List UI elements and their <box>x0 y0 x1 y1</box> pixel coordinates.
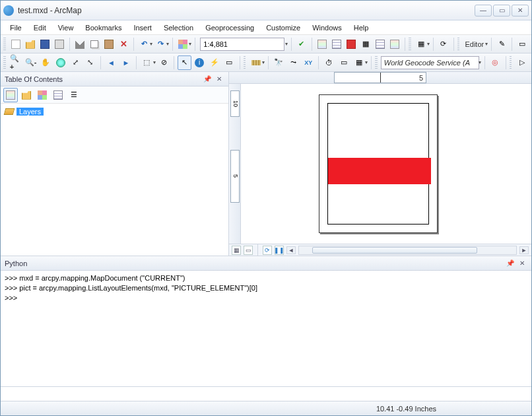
undo-dropdown[interactable]: ▾ <box>150 41 152 47</box>
undo-button[interactable]: ↶ <box>137 37 150 52</box>
tool2-button[interactable]: ⟳ <box>437 37 450 52</box>
maximize-button[interactable]: ▭ <box>493 5 510 17</box>
data-frame[interactable] <box>327 103 429 225</box>
toolbar-grip[interactable] <box>244 56 246 69</box>
cut-button[interactable] <box>73 37 86 52</box>
scale-dropdown[interactable]: ▾ <box>285 41 288 47</box>
toolbar-grip[interactable] <box>510 56 512 69</box>
dropdown[interactable]: ▾ <box>365 59 368 65</box>
print-button[interactable] <box>53 37 66 52</box>
toolbar-grip[interactable] <box>375 56 378 69</box>
identify-button[interactable]: i <box>193 55 207 70</box>
picture-element[interactable] <box>328 158 431 184</box>
python-output[interactable]: >>> mxd = arcpy.mapping.MapDocument ("CU… <box>1 271 531 386</box>
dropdown[interactable]: ▾ <box>427 41 430 47</box>
fixed-zoom-out-button[interactable]: ⤡ <box>84 55 98 70</box>
modelbuilder-button[interactable] <box>374 37 387 52</box>
minimize-button[interactable]: — <box>475 5 492 17</box>
menu-windows[interactable]: Windows <box>307 22 347 33</box>
list-by-selection-button[interactable] <box>51 88 65 102</box>
pin-button[interactable]: 📌 <box>505 258 515 269</box>
menu-customize[interactable]: Customize <box>261 22 306 33</box>
horizontal-scrollbar[interactable] <box>298 246 517 255</box>
list-by-drawing-order-button[interactable] <box>3 88 18 102</box>
toolbar-grip[interactable] <box>457 38 460 51</box>
layout-view-button[interactable]: ▭ <box>244 246 253 255</box>
clear-selection-button[interactable]: ⊘ <box>157 55 171 70</box>
prev-extent-button[interactable]: ◄ <box>104 55 118 70</box>
toc-options-button[interactable]: ☰ <box>67 88 81 102</box>
menu-geoprocessing[interactable]: Geoprocessing <box>200 22 259 33</box>
next-extent-button[interactable]: ► <box>119 55 133 70</box>
measure-button[interactable] <box>249 55 263 70</box>
layout-canvas[interactable] <box>241 84 531 244</box>
goto-xy-button[interactable]: XY <box>302 55 316 70</box>
python-button[interactable]: ▦ <box>359 37 372 52</box>
tool1-button[interactable]: ▦ <box>415 37 428 52</box>
find-route-button[interactable]: ⤳ <box>286 55 300 70</box>
scale-combo[interactable] <box>200 38 284 51</box>
time-slider-button[interactable]: ⏱ <box>322 55 336 70</box>
toolbar-grip[interactable] <box>3 56 6 69</box>
editor-toolbar-btn[interactable]: ✔ <box>295 37 308 52</box>
new-button[interactable] <box>9 37 22 52</box>
scroll-left-button[interactable]: ◄ <box>286 246 296 254</box>
delete-button[interactable]: ✕ <box>117 37 130 52</box>
save-button[interactable] <box>38 37 51 52</box>
pin-button[interactable]: 📌 <box>202 74 213 85</box>
add-data-button[interactable] <box>176 37 189 52</box>
menu-selection[interactable]: Selection <box>158 22 199 33</box>
arctoolbox-button[interactable] <box>345 37 358 52</box>
full-extent-button[interactable] <box>53 55 67 70</box>
dropdown[interactable]: ▾ <box>153 59 156 65</box>
html-popup-button[interactable]: ▭ <box>222 55 236 70</box>
open-button[interactable] <box>24 37 37 52</box>
pan-button[interactable]: ✋ <box>39 55 53 70</box>
pause-drawing-button[interactable]: ❚❚ <box>275 246 284 255</box>
panel-close-button[interactable]: ✕ <box>214 74 224 85</box>
hyperlink-button[interactable]: ⚡ <box>207 55 221 70</box>
edit-tool-button[interactable]: ✎ <box>495 37 508 52</box>
select-features-button[interactable]: ⬚ <box>140 55 154 70</box>
toc-root-item[interactable]: Layers <box>5 108 224 116</box>
select-elements-button[interactable]: ↖ <box>178 55 191 70</box>
run-button[interactable]: ▷ <box>515 55 529 70</box>
search-button[interactable] <box>330 37 343 52</box>
zoom-in-button[interactable]: 🔍+ <box>9 55 23 70</box>
copy-button[interactable] <box>88 37 101 52</box>
redo-button[interactable]: ↷ <box>154 37 167 52</box>
scale-input[interactable] <box>203 40 281 48</box>
close-button[interactable]: ✕ <box>512 5 529 17</box>
menu-edit[interactable]: Edit <box>28 22 51 33</box>
list-by-visibility-button[interactable] <box>35 88 50 102</box>
menu-bookmarks[interactable]: Bookmarks <box>80 22 127 33</box>
edit-tool2-button[interactable]: ▭ <box>515 37 529 52</box>
catalog-button[interactable] <box>316 37 329 52</box>
create-viewer-button[interactable]: ▭ <box>337 55 351 70</box>
editor-dropdown[interactable]: ▾ <box>485 41 488 47</box>
toolbar-grip[interactable] <box>409 38 411 51</box>
viewer-button[interactable]: ▦ <box>352 55 366 70</box>
dropdown[interactable]: ▾ <box>262 59 265 65</box>
list-by-source-button[interactable] <box>19 88 34 102</box>
scrollbar-thumb[interactable] <box>312 247 477 254</box>
menu-file[interactable]: File <box>5 22 27 33</box>
menu-view[interactable]: View <box>53 22 79 33</box>
layout-page[interactable] <box>319 94 438 233</box>
editor-label[interactable]: Editor <box>463 40 486 48</box>
fixed-zoom-in-button[interactable]: ⤢ <box>69 55 83 70</box>
data-view-button[interactable]: ▦ <box>232 246 241 255</box>
results-button[interactable] <box>388 37 401 52</box>
toolbar-grip[interactable] <box>3 38 6 51</box>
geocode-options-button[interactable]: ◎ <box>488 55 502 70</box>
menu-help[interactable]: Help <box>349 22 374 33</box>
refresh-view-button[interactable]: ⟳ <box>263 246 272 255</box>
toc-tree[interactable]: Layers <box>1 104 228 256</box>
redo-dropdown[interactable]: ▾ <box>166 41 169 47</box>
menu-insert[interactable]: Insert <box>128 22 157 33</box>
zoom-out-button[interactable]: 🔍- <box>24 55 38 70</box>
geocode-combo[interactable]: World Geocode Service (A <box>381 56 479 69</box>
add-data-dropdown[interactable]: ▾ <box>189 41 191 47</box>
geocode-dropdown[interactable]: ▾ <box>479 59 481 65</box>
scroll-right-button[interactable]: ► <box>519 246 529 254</box>
